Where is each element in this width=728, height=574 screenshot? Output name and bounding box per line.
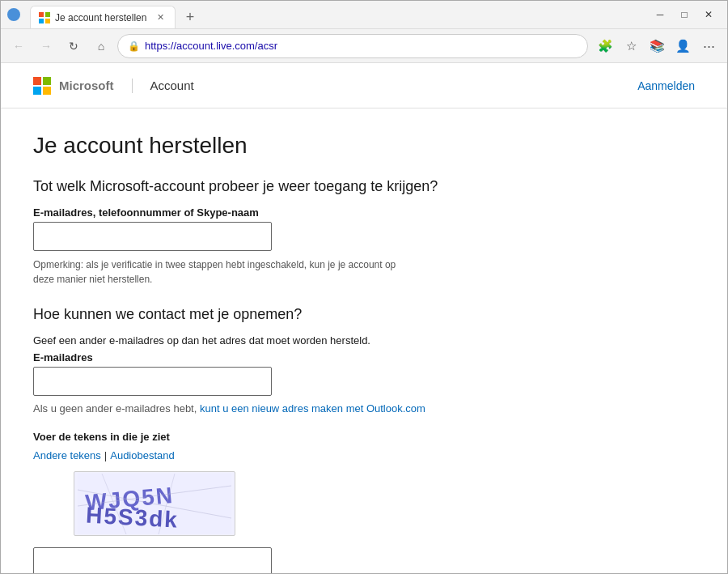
- section1-note: Opmerking: als je verificatie in twee st…: [33, 257, 397, 287]
- other-chars-link[interactable]: Andere tekens: [33, 449, 101, 461]
- toolbar-icons: 🧩 ☆ 📚 👤 ⋯: [593, 34, 721, 58]
- window-controls-right: ─ □ ✕: [648, 2, 721, 27]
- ms-header: Microsoft Account Aanmelden: [1, 63, 727, 108]
- browser-icon: [7, 8, 20, 21]
- section2-description: Geef een ander e-mailadres op dan het ad…: [33, 334, 535, 347]
- active-tab[interactable]: Je account herstellen ✕: [30, 6, 176, 28]
- url-text: https://account.live.com/acsr: [145, 40, 578, 52]
- tab-close-button[interactable]: ✕: [154, 11, 167, 24]
- minimize-button[interactable]: ─: [648, 2, 672, 27]
- forward-button[interactable]: →: [35, 35, 57, 57]
- svg-rect-1: [45, 12, 50, 17]
- audio-link[interactable]: Audiobestand: [110, 449, 175, 461]
- ms-divider: [132, 79, 133, 93]
- address-field[interactable]: 🔒 https://account.live.com/acsr: [117, 34, 588, 58]
- outlook-note-prefix: Als u geen ander e-mailadres hebt,: [33, 402, 200, 415]
- ms-logo-red: [33, 77, 41, 85]
- outlook-link[interactable]: kunt u een nieuw adres maken met Outlook…: [200, 402, 425, 415]
- captcha-input[interactable]: [33, 547, 272, 573]
- section1-heading: Tot welk Microsoft-account probeer je we…: [33, 178, 535, 195]
- refresh-button[interactable]: ↻: [62, 35, 85, 57]
- extensions-button[interactable]: 🧩: [593, 34, 617, 58]
- captcha-svg: WJQ5N H5S3dk: [78, 474, 231, 534]
- tab-strip: Je account herstellen ✕ +: [30, 1, 645, 28]
- svg-text:H5S3dk: H5S3dk: [86, 502, 180, 532]
- captcha-links: Andere tekens | Audiobestand: [33, 449, 535, 461]
- svg-rect-0: [39, 12, 44, 17]
- tab-title: Je account herstellen: [55, 12, 149, 23]
- address-bar: ← → ↻ ⌂ 🔒 https://account.live.com/acsr …: [1, 29, 727, 63]
- contact-email-label: E-mailadres: [33, 351, 535, 364]
- svg-rect-2: [39, 19, 44, 23]
- ms-header-right: Aanmelden: [637, 79, 695, 93]
- browser-window: Je account herstellen ✕ + ─ □ ✕ ← → ↻ ⌂ …: [0, 0, 728, 574]
- profile-button[interactable]: 👤: [671, 34, 695, 58]
- page-content: Microsoft Account Aanmelden Je account h…: [1, 63, 727, 573]
- lock-icon: 🔒: [128, 40, 140, 52]
- new-tab-button[interactable]: +: [179, 6, 201, 28]
- ms-logo-grid: [33, 77, 51, 95]
- ms-product-name: Account: [150, 79, 194, 92]
- page-title: Je account herstellen: [33, 133, 535, 159]
- ms-logo-yellow: [43, 87, 51, 95]
- ms-logo-green: [43, 77, 51, 85]
- title-bar: Je account herstellen ✕ + ─ □ ✕: [1, 1, 727, 29]
- tab-favicon: [39, 12, 50, 23]
- section2-heading: Hoe kunnen we contact met je opnemen?: [33, 306, 535, 323]
- svg-rect-3: [45, 19, 50, 23]
- favorites-button[interactable]: ☆: [619, 34, 643, 58]
- form-area: Je account herstellen Tot welk Microsoft…: [1, 108, 567, 573]
- collections-button[interactable]: 📚: [645, 34, 669, 58]
- captcha-label: Voer de tekens in die je ziet: [33, 431, 535, 443]
- close-button[interactable]: ✕: [696, 2, 721, 27]
- window-controls-left: [7, 8, 22, 21]
- account-email-input[interactable]: [33, 222, 272, 251]
- pipe-separator: |: [104, 449, 107, 461]
- maximize-button[interactable]: □: [672, 2, 696, 27]
- signin-button[interactable]: Aanmelden: [637, 79, 695, 92]
- contact-email-input[interactable]: [33, 367, 272, 396]
- outlook-note: Als u geen ander e-mailadres hebt, kunt …: [33, 402, 535, 415]
- captcha-image: WJQ5N H5S3dk: [74, 471, 235, 536]
- ms-logo-blue: [33, 87, 41, 95]
- menu-button[interactable]: ⋯: [696, 34, 721, 58]
- ms-logo: Microsoft Account: [33, 77, 194, 95]
- email-field-label: E-mailadres, telefoonnummer of Skype-naa…: [33, 206, 535, 219]
- ms-brand-name: Microsoft: [59, 79, 114, 92]
- home-button[interactable]: ⌂: [90, 35, 112, 57]
- back-button[interactable]: ←: [7, 35, 30, 57]
